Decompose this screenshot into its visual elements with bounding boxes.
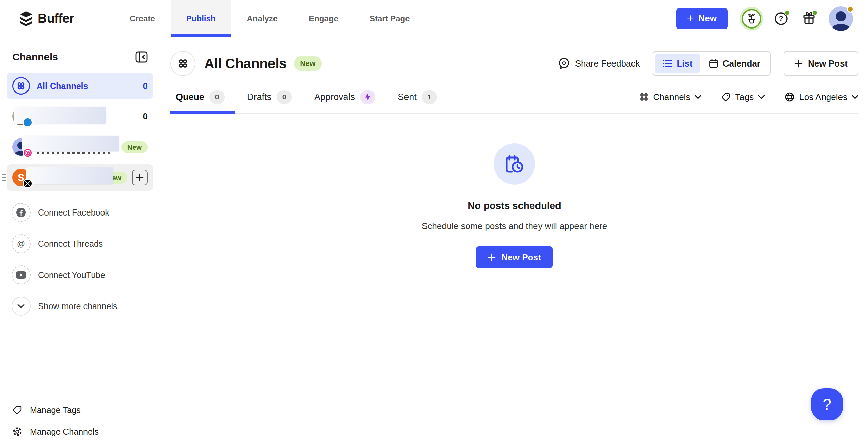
tag-icon	[12, 405, 22, 415]
sidebar-item-all-channels[interactable]: All Channels 0	[7, 73, 153, 99]
add-to-channel-button[interactable]	[132, 170, 148, 185]
empty-state-subtitle: Schedule some posts and they will appear…	[422, 221, 607, 231]
chevron-down-icon	[758, 95, 765, 99]
connect-channel-list: Connect Facebook @ Connect Threads Con	[0, 203, 160, 316]
title-new-badge: New	[294, 56, 321, 71]
growth-streak-button[interactable]	[742, 9, 761, 29]
filter-label: Los Angeles	[799, 92, 847, 103]
nav-item-start-page[interactable]: Start Page	[354, 0, 426, 37]
all-channels-header-icon	[170, 51, 195, 76]
queue-filters: Channels Tags	[639, 92, 858, 103]
buffer-logo[interactable]: Buffer	[19, 0, 74, 37]
sidebar-item-channel-2[interactable]: New	[7, 134, 153, 160]
new-post-label: New Post	[808, 58, 848, 69]
sidebar-item-channel-1[interactable]: 0	[7, 103, 153, 130]
nav-item-publish[interactable]: Publish	[171, 0, 231, 37]
filter-channels[interactable]: Channels	[639, 92, 702, 103]
help-widget-button[interactable]: ?	[811, 388, 843, 420]
manage-channels-label: Manage Channels	[30, 427, 99, 437]
view-toggle-calendar[interactable]: Calendar	[701, 54, 768, 73]
tab-underline	[170, 113, 858, 114]
active-tab-indicator	[170, 111, 235, 114]
sidebar-title: Channels	[12, 51, 58, 63]
manage-channels-button[interactable]: Manage Channels	[12, 427, 148, 437]
tab-queue[interactable]: Queue 0	[176, 90, 225, 104]
chevron-down-icon	[12, 297, 31, 316]
sidebar-footer: Manage Tags Manage Channels	[0, 405, 160, 437]
tab-sent[interactable]: Sent 1	[398, 90, 437, 104]
gift-notification-dot	[812, 10, 818, 16]
instagram-badge-icon	[23, 148, 33, 158]
list-label: List	[677, 58, 692, 69]
grid-dots-icon	[639, 92, 649, 102]
list-icon	[663, 59, 672, 68]
tab-drafts[interactable]: Drafts 0	[247, 90, 292, 104]
collapse-sidebar-button[interactable]	[135, 50, 148, 64]
nav-item-analyze[interactable]: Analyze	[231, 0, 293, 37]
chevron-down-icon	[852, 95, 858, 99]
help-menu-button[interactable]: ?	[773, 11, 789, 27]
channels-sidebar: Channels	[0, 37, 160, 446]
gift-button[interactable]	[801, 11, 817, 27]
help-question-mark: ?	[823, 395, 831, 413]
sidebar-item-channel-3[interactable]: S New	[7, 164, 153, 191]
gear-icon	[12, 427, 22, 437]
new-post-label: New Post	[501, 252, 541, 263]
tab-count-badge: 0	[209, 90, 225, 104]
tab-count-badge: 0	[277, 90, 292, 104]
empty-state: No posts scheduled Schedule some posts a…	[170, 143, 858, 268]
tab-label: Drafts	[247, 92, 271, 103]
manage-tags-button[interactable]: Manage Tags	[12, 405, 148, 415]
calendar-icon	[709, 59, 718, 68]
brand-name: Buffer	[38, 11, 74, 26]
new-post-button-header[interactable]: New Post	[784, 51, 858, 76]
calendar-clock-icon	[494, 143, 535, 185]
show-more-label: Show more channels	[38, 301, 117, 311]
youtube-icon	[12, 265, 31, 284]
share-feedback-label: Share Feedback	[575, 58, 640, 69]
new-badge: New	[121, 141, 148, 153]
top-nav: Buffer Create Publish Analyze Engage Sta…	[0, 0, 868, 37]
account-avatar[interactable]	[829, 6, 853, 31]
plus-icon: +	[687, 13, 694, 23]
new-button[interactable]: + New	[676, 8, 728, 29]
filter-timezone[interactable]: Los Angeles	[785, 92, 858, 103]
plus-icon	[794, 59, 803, 68]
svg-text:@: @	[17, 239, 25, 248]
tab-label: Queue	[176, 92, 204, 103]
view-toggle-list[interactable]: List	[655, 54, 700, 73]
nav-item-create[interactable]: Create	[114, 0, 171, 37]
threads-icon: @	[12, 234, 31, 253]
share-feedback-button[interactable]: Share Feedback	[558, 57, 640, 70]
filter-label: Tags	[735, 92, 754, 103]
filter-label: Channels	[653, 92, 691, 103]
channel-count: 0	[143, 81, 148, 91]
publish-main: All Channels New Share Feedback	[160, 37, 868, 446]
help-notification-dot	[784, 10, 790, 16]
bolt-icon	[360, 90, 375, 104]
connect-facebook[interactable]: Connect Facebook	[7, 203, 153, 222]
avatar-status-dot	[847, 6, 854, 13]
show-more-channels[interactable]: Show more channels	[7, 297, 153, 316]
panel-collapse-icon	[135, 51, 148, 63]
filter-tags[interactable]: Tags	[721, 92, 765, 103]
tab-label: Sent	[398, 92, 417, 103]
nav-item-engage[interactable]: Engage	[293, 0, 354, 37]
nav-right-cluster: + New ?	[676, 0, 853, 37]
buffer-logo-icon	[19, 11, 33, 26]
svg-text:?: ?	[779, 14, 783, 23]
facebook-icon	[12, 203, 31, 222]
connect-threads[interactable]: @ Connect Threads	[7, 234, 153, 253]
calendar-label: Calendar	[723, 58, 760, 69]
redaction-blur	[26, 167, 113, 184]
tab-approvals[interactable]: Approvals	[314, 90, 375, 104]
redaction-blur	[22, 136, 119, 151]
connect-label: Connect YouTube	[38, 270, 105, 280]
drag-handle[interactable]	[2, 173, 6, 182]
queue-tabs: Queue 0 Drafts 0 Approvals Sent	[176, 90, 437, 104]
connect-youtube[interactable]: Connect YouTube	[7, 265, 153, 284]
new-post-button-empty-state[interactable]: New Post	[476, 246, 552, 268]
channel-list: All Channels 0 0	[0, 73, 160, 191]
tab-label: Approvals	[314, 92, 355, 103]
globe-icon	[785, 92, 795, 102]
